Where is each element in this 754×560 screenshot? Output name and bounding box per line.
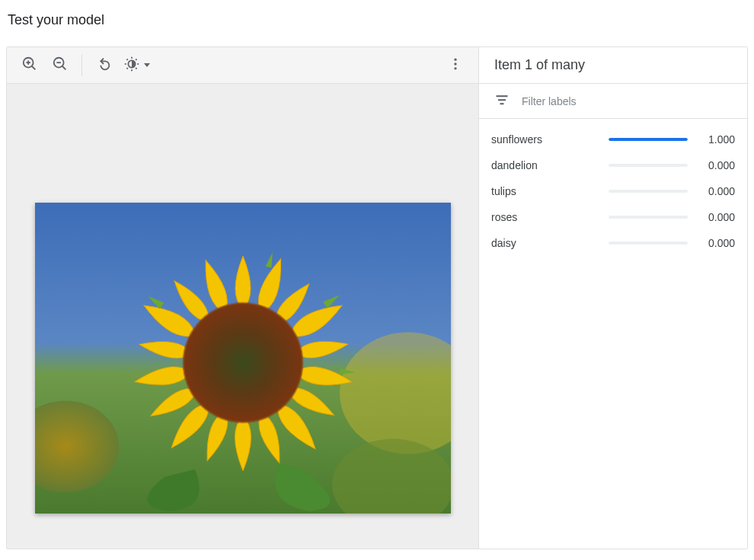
svg-line-12 — [126, 59, 127, 59]
svg-rect-27 — [500, 103, 504, 104]
svg-point-16 — [454, 58, 456, 60]
prediction-score: 0.000 — [698, 237, 735, 249]
brightness-icon — [123, 56, 140, 75]
toolbar-divider — [81, 55, 82, 76]
zoom-in-icon — [21, 56, 38, 75]
brightness-button[interactable] — [120, 56, 153, 75]
prediction-score: 0.000 — [698, 159, 735, 171]
chevron-down-icon — [144, 63, 150, 67]
svg-rect-25 — [497, 95, 508, 97]
rotate-icon — [95, 56, 112, 75]
zoom-in-button[interactable] — [16, 52, 43, 79]
prediction-score: 0.000 — [698, 185, 735, 197]
prediction-score: 0.000 — [698, 211, 735, 223]
image-panel — [7, 47, 479, 549]
prediction-row: tulips0.000 — [491, 178, 735, 204]
prediction-label: dandelion — [491, 159, 598, 171]
image-viewport[interactable] — [7, 84, 478, 549]
prediction-row: daisy0.000 — [491, 230, 735, 256]
prediction-label: sunflowers — [491, 133, 598, 146]
prediction-label: roses — [491, 211, 598, 223]
svg-point-17 — [454, 62, 456, 65]
zoom-out-icon — [52, 56, 69, 75]
zoom-out-button[interactable] — [46, 52, 74, 79]
svg-line-1 — [32, 66, 36, 69]
filter-input[interactable] — [522, 95, 732, 107]
svg-line-5 — [62, 66, 66, 69]
more-vert-icon — [448, 56, 463, 75]
test-image — [35, 203, 451, 514]
prediction-score: 1.000 — [698, 133, 735, 146]
prediction-row: roses0.000 — [491, 204, 735, 230]
page-title: Test your model — [0, 0, 754, 37]
results-panel: Item 1 of many sunflowers1.000dandelion0… — [479, 47, 747, 549]
rotate-button[interactable] — [90, 52, 117, 79]
svg-rect-26 — [498, 99, 506, 101]
prediction-bar-fill — [609, 138, 688, 141]
predictions-list: sunflowers1.000dandelion0.000tulips0.000… — [479, 119, 747, 256]
svg-line-13 — [136, 68, 136, 69]
prediction-row: dandelion0.000 — [491, 152, 735, 178]
prediction-row: sunflowers1.000 — [491, 126, 735, 152]
prediction-bar — [609, 216, 688, 219]
filter-row — [479, 84, 747, 119]
prediction-bar — [609, 138, 688, 141]
svg-line-15 — [136, 59, 136, 59]
test-card: Item 1 of many sunflowers1.000dandelion0… — [6, 46, 748, 549]
overflow-menu-button[interactable] — [442, 52, 469, 79]
prediction-label: daisy — [491, 237, 598, 249]
svg-point-18 — [454, 67, 456, 69]
prediction-bar — [609, 190, 688, 193]
image-toolbar — [7, 47, 478, 84]
prediction-bar — [609, 242, 688, 245]
prediction-label: tulips — [491, 185, 598, 197]
prediction-bar — [609, 164, 688, 167]
filter-icon — [494, 92, 510, 110]
results-header: Item 1 of many — [479, 47, 747, 84]
svg-line-14 — [126, 68, 127, 69]
